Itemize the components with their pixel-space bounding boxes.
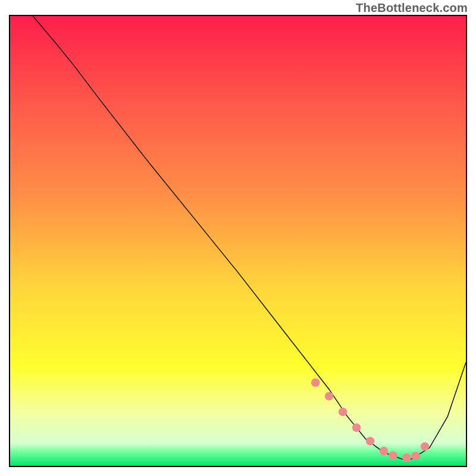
highlight-dot xyxy=(325,392,334,400)
gradient-fill xyxy=(10,16,466,466)
highlight-dot xyxy=(402,453,411,462)
highlight-dot xyxy=(421,442,430,450)
highlight-dot xyxy=(352,424,361,432)
highlight-dot xyxy=(380,447,389,455)
highlight-dot xyxy=(339,408,347,416)
highlight-dot xyxy=(411,452,420,460)
bottleneck-chart xyxy=(10,16,466,466)
highlight-dot xyxy=(311,378,320,387)
highlight-dot xyxy=(389,451,397,459)
chart-frame xyxy=(9,15,467,467)
watermark-text: TheBottleneck.com xyxy=(356,1,468,15)
highlight-dot xyxy=(366,437,375,445)
